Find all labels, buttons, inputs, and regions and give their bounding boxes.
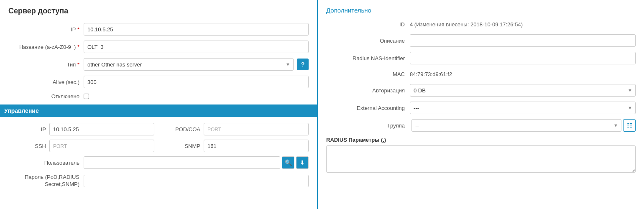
group-select[interactable]: -- [411,119,621,132]
page-title: Сервер доступа [8,7,309,15]
ext-acc-select[interactable]: --- [410,102,636,114]
group-table-button[interactable]: ☷ [623,119,636,132]
ext-acc-select-wrap: --- ▼ [410,102,636,114]
user-input-wrap: 🔍 ⬇ [84,156,309,169]
left-panel: Сервер доступа IP * Название (a-zA-Z0-9_… [0,0,318,209]
radius-textarea[interactable] [326,145,636,173]
radius-nas-row: Radius NAS-Identifier [326,52,636,64]
desc-label: Описание [326,38,410,44]
ip-label: IP * [8,26,84,33]
mgmt-snmp-row: SNMP [163,140,309,152]
right-panel: Дополнительно ID 4 (Изменения внесены: 2… [318,0,644,209]
type-label: Тип * [8,61,84,68]
ext-acc-label: External Accounting [326,105,410,111]
mgmt-podcoa-input[interactable] [204,123,309,135]
id-row: ID 4 (Изменения внесены: 2018-10-09 17:2… [326,20,636,29]
mgmt-ip-input[interactable] [49,123,154,135]
type-select[interactable]: other Other nas server [84,58,294,71]
mgmt-section-header: Управление [0,104,317,117]
mgmt-ssh-input[interactable] [49,140,154,152]
mgmt-ip-label: IP [8,126,46,133]
name-input[interactable] [84,41,309,53]
ip-input[interactable] [84,23,309,36]
mac-value: 84:79:73:d9:61:f2 [410,69,452,79]
alive-label: Alive (sec.) [8,79,84,85]
auth-select-wrap: 0 DB ▼ [410,84,636,97]
radius-nas-input[interactable] [410,52,636,64]
user-input[interactable] [84,156,280,169]
auth-row: Авторизация 0 DB ▼ [326,84,636,97]
right-title: Дополнительно [326,7,636,14]
radius-title: RADIUS Параметры (,) [326,137,636,143]
user-download-button[interactable]: ⬇ [296,156,309,169]
name-label: Название (a-zA-Z0-9_) * [8,44,84,50]
auth-label: Авторизация [326,87,410,94]
mgmt-ssh-label: SSH [8,143,46,149]
group-row: Группа -- ▼ ☷ [326,119,636,132]
ext-acc-row: External Accounting --- ▼ [326,102,636,114]
name-row: Название (a-zA-Z0-9_) * [8,41,309,53]
password-input[interactable] [84,175,309,187]
group-select-wrap: -- ▼ [411,119,621,132]
id-label: ID [326,21,410,28]
disabled-row: Отключено [8,93,309,99]
alive-row: Alive (sec.) [8,76,309,88]
help-button[interactable]: ? [297,59,309,70]
mgmt-snmp-input[interactable] [204,140,309,152]
radius-section: RADIUS Параметры (,) [326,137,636,174]
mgmt-grid: IP POD/COA SSH SNMP [8,123,309,152]
mgmt-podcoa-label: POD/COA [163,126,200,133]
disabled-checkbox[interactable] [84,94,89,99]
mgmt-ip-row: IP [8,123,154,135]
group-label: Группа [326,122,410,129]
disabled-label: Отключено [8,93,84,99]
password-label: Пароль (PoD,RADIUS Secret,SNMP) [8,174,84,188]
id-value: 4 (Изменения внесены: 2018-10-09 17:26:5… [410,20,523,29]
mgmt-podcoa-row: POD/COA [163,123,309,135]
type-row: Тип * other Other nas server ▼ ? [8,58,309,71]
auth-select[interactable]: 0 DB [410,84,636,97]
user-row: Пользователь 🔍 ⬇ [8,156,309,169]
radius-nas-label: Radius NAS-Identifier [326,55,410,61]
user-label: Пользователь [8,160,84,166]
ip-row: IP * [8,23,309,36]
mac-label: MAC [326,71,410,77]
password-row: Пароль (PoD,RADIUS Secret,SNMP) [8,174,309,188]
desc-row: Описание [326,34,636,47]
mgmt-ssh-row: SSH [8,140,154,152]
mgmt-snmp-label: SNMP [163,143,200,149]
alive-input[interactable] [84,76,309,88]
user-search-button[interactable]: 🔍 [282,156,294,169]
desc-input[interactable] [410,34,636,47]
mac-row: MAC 84:79:73:d9:61:f2 [326,69,636,79]
